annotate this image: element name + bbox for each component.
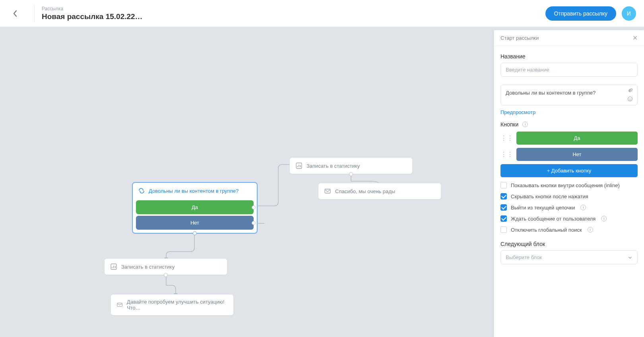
checkbox-label: Отключить глобальный поиск xyxy=(511,227,582,233)
checkbox-wait-msg[interactable] xyxy=(500,215,507,222)
checkbox-global-search[interactable] xyxy=(500,227,507,233)
info-icon[interactable]: i xyxy=(588,227,593,232)
panel-header: Старт рассылки ✕ xyxy=(494,30,644,46)
checkbox-exit-chain[interactable] xyxy=(500,204,507,211)
page-title: Новая рассылка 15.02.22… xyxy=(42,12,545,21)
config-button-no[interactable]: Нет xyxy=(516,148,638,161)
thanks-node[interactable]: Спасибо, мы очень рады xyxy=(318,183,441,199)
improve-node[interactable]: Давайте попробуем улучшить ситуацию! Что… xyxy=(111,294,234,316)
mail-icon xyxy=(324,188,331,195)
node-label: Спасибо, мы очень рады xyxy=(335,188,395,194)
emoji-icon[interactable] xyxy=(627,96,633,103)
config-button-yes[interactable]: Да xyxy=(516,132,638,145)
checkbox-label: Показывать кнопки внутри сообщения (inli… xyxy=(511,182,620,188)
header-title-block: Рассылка Новая рассылка 15.02.22… xyxy=(42,6,545,21)
svg-point-9 xyxy=(630,98,631,99)
port-icon[interactable] xyxy=(349,172,353,176)
stats-node-bottom[interactable]: Записать в статистику xyxy=(104,258,227,275)
stats-icon xyxy=(295,162,303,169)
port-icon[interactable] xyxy=(252,221,256,225)
buttons-label: Кнопки i xyxy=(500,121,638,128)
panel-title: Старт рассылки xyxy=(500,35,539,41)
divider xyxy=(34,5,35,22)
next-block-select[interactable]: Выберите блок xyxy=(500,250,638,264)
message-icon xyxy=(138,188,145,194)
info-icon[interactable]: i xyxy=(580,205,586,210)
node-label: Записать в статистику xyxy=(306,163,360,169)
start-node-question: Довольны ли вы контентом в группе? xyxy=(149,188,239,194)
port-icon[interactable] xyxy=(252,205,256,209)
settings-panel: Старт рассылки ✕ Название Довольны ли вы… xyxy=(494,30,644,337)
chevron-left-icon xyxy=(13,10,17,17)
stats-icon xyxy=(110,263,117,270)
chevron-down-icon xyxy=(628,255,632,260)
mail-icon xyxy=(116,301,123,308)
name-input[interactable] xyxy=(500,63,638,77)
node-button-yes[interactable]: Да xyxy=(136,200,254,214)
node-label: Давайте попробуем улучшить ситуацию! Что… xyxy=(127,299,228,311)
svg-rect-6 xyxy=(117,303,122,307)
info-icon[interactable]: i xyxy=(522,122,528,127)
avatar[interactable]: И xyxy=(622,6,636,21)
port-icon[interactable] xyxy=(164,273,168,277)
checkbox-inline[interactable] xyxy=(500,182,507,188)
node-button-no[interactable]: Нет xyxy=(136,216,254,230)
header-subtitle: Рассылка xyxy=(42,6,545,12)
message-textarea[interactable]: Довольны ли вы контентом в группе? xyxy=(500,85,638,105)
svg-rect-4 xyxy=(325,189,330,193)
next-block-label: Следующий блок xyxy=(500,241,638,247)
back-button[interactable] xyxy=(8,6,22,21)
send-campaign-button[interactable]: Отправить рассылку xyxy=(545,6,616,21)
close-icon[interactable]: ✕ xyxy=(632,34,638,42)
checkbox-hide-after[interactable] xyxy=(500,193,507,199)
preview-link[interactable]: Предпросмотр xyxy=(500,109,535,115)
drag-handle-icon[interactable]: ⋮⋮ xyxy=(500,151,513,158)
svg-point-7 xyxy=(628,97,632,101)
checkbox-label: Скрывать кнопки после нажатия xyxy=(511,194,588,199)
add-button[interactable]: + Добавить кнопку xyxy=(500,164,638,177)
node-label: Записать в статистику xyxy=(121,264,175,270)
checkbox-label: Выйти из текущей цепочки xyxy=(511,205,575,211)
stats-node-top[interactable]: Записать в статистику xyxy=(289,157,413,174)
start-node-header: Довольны ли вы контентом в группе? xyxy=(133,183,257,199)
svg-point-8 xyxy=(629,98,630,99)
panel-body: Название Довольны ли вы контентом в груп… xyxy=(494,46,644,269)
attach-icon[interactable] xyxy=(628,88,633,95)
port-icon[interactable] xyxy=(193,231,197,235)
app-header: Рассылка Новая рассылка 15.02.22… Отправ… xyxy=(0,0,644,27)
start-node[interactable]: Довольны ли вы контентом в группе? Да Не… xyxy=(132,182,258,234)
drag-handle-icon[interactable]: ⋮⋮ xyxy=(500,134,513,142)
checkbox-label: Ждать сообщение от пользователя xyxy=(511,216,596,222)
name-label: Название xyxy=(500,53,638,60)
info-icon[interactable]: i xyxy=(601,216,607,221)
